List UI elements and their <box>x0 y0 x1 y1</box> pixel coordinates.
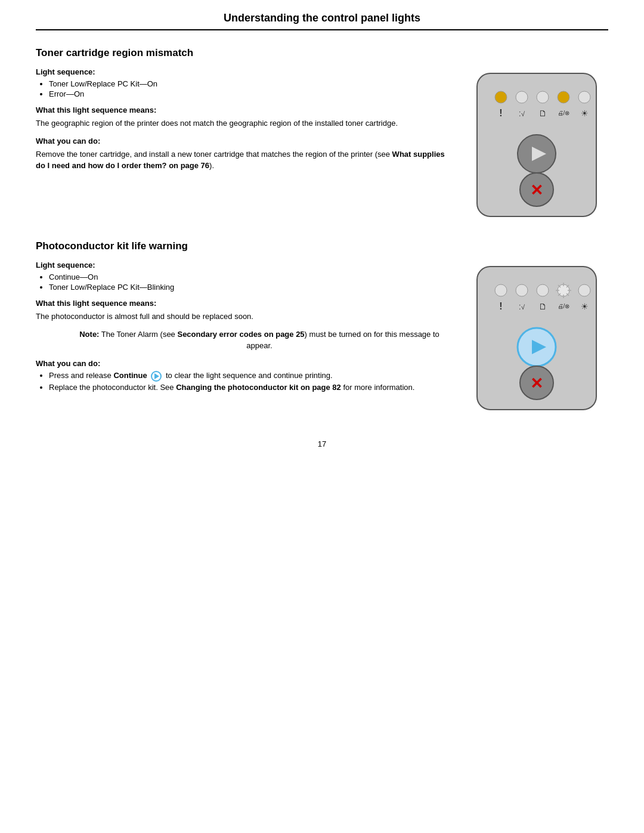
panel-svg-photo: ! ⁚√ 🗋 🖨/⊗ ☀ ✕ <box>471 261 602 416</box>
section-text-toner: Light sequence: Toner Low/Replace PC Kit… <box>36 67 447 222</box>
svg-text:⁚√: ⁚√ <box>519 304 525 311</box>
section-photoconductor: Photoconductor kit life warning Light se… <box>36 240 608 416</box>
light-sequence-list-2: Continue—On Toner Low/Replace PC Kit—Bli… <box>49 272 447 292</box>
svg-text:🖨/⊗: 🖨/⊗ <box>558 110 570 116</box>
list-item: Toner Low/Replace PC Kit—Blinking <box>49 283 447 292</box>
svg-text:☀: ☀ <box>581 302 589 311</box>
svg-text:✕: ✕ <box>530 374 543 392</box>
svg-point-2 <box>516 91 528 103</box>
light-sequence-label-1: Light sequence: <box>36 67 447 76</box>
svg-point-4 <box>558 91 569 103</box>
svg-text:✕: ✕ <box>530 181 543 199</box>
svg-text:🖨/⊗: 🖨/⊗ <box>558 303 570 309</box>
svg-point-5 <box>578 91 590 103</box>
page-number: 17 <box>36 439 608 448</box>
list-item: Error—On <box>49 89 447 98</box>
page-title: Understanding the control panel lights <box>36 12 608 24</box>
svg-point-19 <box>537 284 549 296</box>
list-item: Toner Low/Replace PC Kit—On <box>49 79 447 88</box>
page-header: Understanding the control panel lights <box>36 12 608 30</box>
svg-text:🗋: 🗋 <box>538 109 547 118</box>
what-means-label-1: What this light sequence means: <box>36 106 447 114</box>
svg-point-17 <box>495 284 507 296</box>
section-title-toner: Toner cartridge region mismatch <box>36 47 608 59</box>
light-sequence-list-1: Toner Low/Replace PC Kit—On Error—On <box>49 79 447 98</box>
what-means-text-1: The geographic region of the printer doe… <box>36 117 447 129</box>
svg-text:!: ! <box>499 301 502 311</box>
what-means-label-2: What this light sequence means: <box>36 299 447 308</box>
panel-image-toner: ! ⁚√ 🗋 🖨/⊗ ☀ ✕ <box>465 67 608 222</box>
svg-marker-15 <box>154 373 159 379</box>
list-item: Replace the photoconductor kit. See Chan… <box>49 383 447 392</box>
what-do-text-1: Remove the toner cartridge, and install … <box>36 148 447 172</box>
svg-text:⁚√: ⁚√ <box>519 110 525 117</box>
panel-svg-toner: ! ⁚√ 🗋 🖨/⊗ ☀ ✕ <box>471 67 602 222</box>
section-toner-mismatch: Toner cartridge region mismatch Light se… <box>36 47 608 222</box>
svg-point-1 <box>495 91 507 103</box>
list-item: Continue—On <box>49 272 447 281</box>
note-block: Note: The Toner Alarm (see Secondary err… <box>72 329 447 352</box>
svg-point-18 <box>516 284 528 296</box>
light-sequence-label-2: Light sequence: <box>36 261 447 270</box>
list-item: Press and release Continue to clear the … <box>49 371 447 382</box>
svg-point-3 <box>537 91 549 103</box>
what-means-text-2: The photoconductor is almost full and sh… <box>36 311 447 323</box>
panel-image-photo: ! ⁚√ 🗋 🖨/⊗ ☀ ✕ <box>465 261 608 416</box>
svg-text:!: ! <box>499 108 502 118</box>
svg-point-29 <box>578 284 590 296</box>
section-text-photo: Light sequence: Continue—On Toner Low/Re… <box>36 261 447 416</box>
what-do-label-1: What you can do: <box>36 137 447 145</box>
svg-text:☀: ☀ <box>581 109 589 118</box>
section-title-photo: Photoconductor kit life warning <box>36 240 608 252</box>
svg-text:🗋: 🗋 <box>538 302 547 311</box>
what-do-label-2: What you can do: <box>36 359 447 368</box>
what-do-list-2: Press and release Continue to clear the … <box>49 371 447 392</box>
